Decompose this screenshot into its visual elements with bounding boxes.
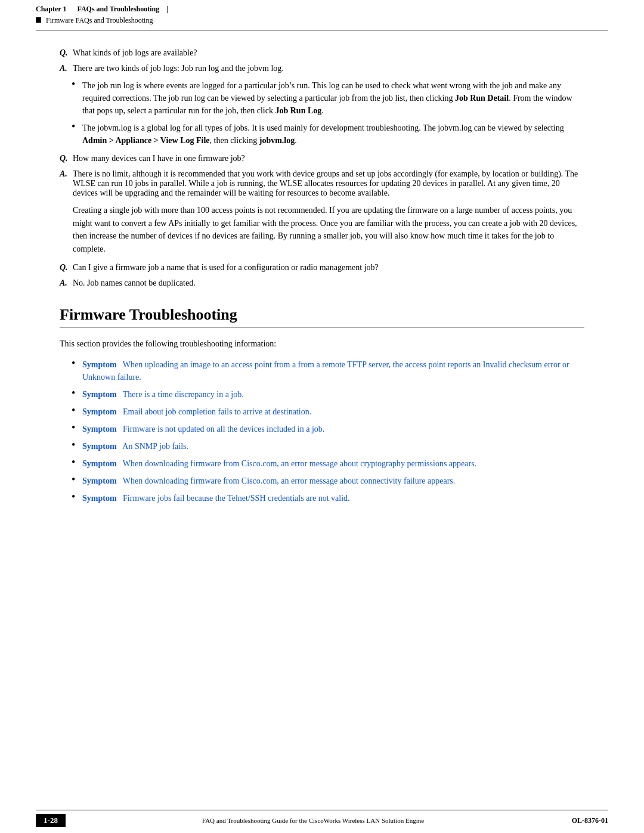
- page-footer: 1-28 FAQ and Troubleshooting Guide for t…: [0, 810, 644, 833]
- bullet-text-1: The job run log is where events are logg…: [82, 79, 584, 117]
- symptom-link-4[interactable]: Symptom An SNMP job fails.: [82, 442, 188, 451]
- qa-item-1-a: A. There are two kinds of job logs: Job …: [60, 64, 584, 73]
- symptom-link-7[interactable]: Symptom Firmware jobs fail because the T…: [82, 494, 350, 503]
- extra-para: Creating a single job with more than 100…: [73, 204, 584, 256]
- symptom-text-6: Symptom When downloading firmware from C…: [82, 475, 455, 487]
- symptom-link-3[interactable]: Symptom Firmware is not updated on all t…: [82, 425, 324, 433]
- symptom-link-0[interactable]: Symptom When uploading an image to an ac…: [82, 360, 569, 382]
- symptom-item-7: • Symptom Firmware jobs fail because the…: [72, 492, 584, 504]
- bullet-dot-s6: •: [72, 473, 82, 487]
- symptom-link-5[interactable]: Symptom When downloading firmware from C…: [82, 459, 476, 468]
- bullet-dot-2: •: [72, 120, 82, 134]
- symptom-text-0: Symptom When uploading an image to an ac…: [82, 358, 584, 383]
- qa-bullets: • The job run log is where events are lo…: [72, 79, 584, 147]
- qa-item-1-q: Q. What kinds of job logs are available?: [60, 48, 584, 58]
- symptom-item-3: • Symptom Firmware is not updated on all…: [72, 423, 584, 435]
- symptom-link-2[interactable]: Symptom Email about job completion fails…: [82, 407, 311, 416]
- symptom-link-1[interactable]: Symptom There is a time discrepancy in a…: [82, 390, 244, 399]
- symptom-item-4: • Symptom An SNMP job fails.: [72, 440, 584, 453]
- symptom-item-2: • Symptom Email about job completion fai…: [72, 405, 584, 418]
- footer-center-text: FAQ and Troubleshooting Guide for the Ci…: [66, 817, 561, 824]
- section-intro: This section provides the following trou…: [60, 337, 584, 350]
- bullet-dot-s4: •: [72, 439, 82, 452]
- bullet-dot-s0: •: [72, 357, 82, 370]
- symptom-text-5: Symptom When downloading firmware from C…: [82, 457, 476, 470]
- section-heading: Firmware Troubleshooting: [60, 306, 584, 328]
- bullet-dot-s7: •: [72, 491, 82, 504]
- symptom-item-6: • Symptom When downloading firmware from…: [72, 475, 584, 487]
- symptom-item-0: • Symptom When uploading an image to an …: [72, 358, 584, 383]
- bullet-item-1: • The job run log is where events are lo…: [72, 79, 584, 117]
- footer-content: 1-28 FAQ and Troubleshooting Guide for t…: [0, 810, 644, 833]
- qa-item-2-q: Q. How many devices can I have in one fi…: [60, 154, 584, 163]
- qa-item-2-a: A. There is no limit, although it is rec…: [60, 169, 584, 198]
- symptom-text-3: Symptom Firmware is not updated on all t…: [82, 423, 324, 435]
- symptom-text-7: Symptom Firmware jobs fail because the T…: [82, 492, 350, 504]
- bullet-text-2: The jobvm.log is a global log for all ty…: [82, 122, 584, 147]
- main-content: Q. What kinds of job logs are available?…: [0, 30, 644, 529]
- symptom-list: • Symptom When uploading an image to an …: [72, 358, 584, 504]
- bullet-dot-s1: •: [72, 387, 82, 400]
- qa-item-3-a: A. No. Job names cannot be duplicated.: [60, 278, 584, 288]
- symptom-item-5: • Symptom When downloading firmware from…: [72, 457, 584, 470]
- page-header: Chapter 1 FAQs and Troubleshooting |: [0, 0, 644, 16]
- page-number: 1-28: [36, 814, 66, 827]
- bullet-dot-1: •: [72, 78, 82, 91]
- qa-item-3-q: Q. Can I give a firmware job a name that…: [60, 263, 584, 272]
- symptom-link-6[interactable]: Symptom When downloading firmware from C…: [82, 476, 455, 485]
- footer-right-text: OL-8376-01: [561, 816, 608, 825]
- header-black-square: [36, 17, 41, 23]
- bullet-dot-s5: •: [72, 456, 82, 469]
- bullet-item-2: • The jobvm.log is a global log for all …: [72, 122, 584, 147]
- symptom-text-2: Symptom Email about job completion fails…: [82, 405, 311, 418]
- symptom-item-1: • Symptom There is a time discrepancy in…: [72, 388, 584, 401]
- header-chapter: Chapter 1 FAQs and Troubleshooting |: [36, 5, 168, 14]
- symptom-text-1: Symptom There is a time discrepancy in a…: [82, 388, 244, 401]
- header-subtitle: Firmware FAQs and Troubleshooting: [0, 16, 644, 30]
- bullet-dot-s2: •: [72, 404, 82, 417]
- bullet-dot-s3: •: [72, 422, 82, 435]
- symptom-text-4: Symptom An SNMP job fails.: [82, 440, 188, 453]
